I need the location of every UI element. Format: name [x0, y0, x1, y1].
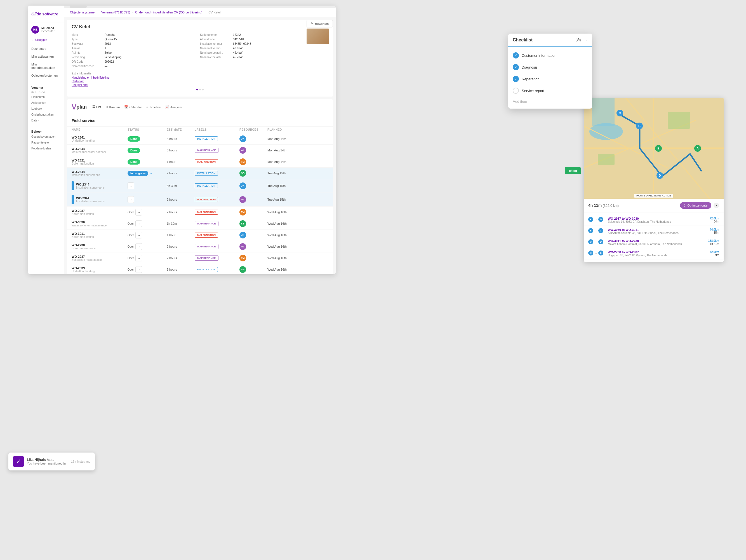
sidebar-item-gespreksverslagen[interactable]: Gespreksverslagen: [28, 134, 64, 140]
vplan-nav-list[interactable]: ☰ List: [92, 104, 101, 110]
arrow-button[interactable]: →: [135, 232, 142, 239]
sidebar-item-onderhoudstaken2[interactable]: Onderhoudstaken: [28, 112, 64, 117]
sidebar-nav: Dashboard Mijn actiepunten Mijn onderhou…: [28, 43, 64, 274]
blue-bar: [71, 195, 74, 204]
vplan-header: Vplan ☰ List ⊞ Kanban 📅 Calendar: [67, 100, 333, 115]
detail-link-certificaat[interactable]: Certificaat: [71, 80, 328, 83]
dot-1[interactable]: [196, 89, 198, 90]
vplan-section: Vplan ☰ List ⊞ Kanban 📅 Calendar: [67, 100, 333, 274]
detail-extra: Extra informatie Handleiding en inbedrij…: [71, 72, 328, 86]
vplan-nav-kanban[interactable]: ⊞ Kanban: [106, 104, 120, 110]
sidebar-logo: Gilde software: [28, 6, 64, 22]
sidebar-item-data[interactable]: Data ›: [28, 117, 64, 123]
content-area: Objecten/systemen › Venema (8711DC23) › …: [64, 6, 336, 274]
analysis-icon: 📈: [165, 105, 169, 109]
checklist-header: Checklist 3/4 →: [508, 34, 592, 47]
route-leg-2: B → C WO-3030 to WO-3011 Sint Antoniscus…: [584, 226, 724, 237]
sidebar-item-onderhoudstaken[interactable]: Mijn onderhoudstaken: [28, 60, 64, 72]
table-row[interactable]: WO-2987Sunscreen maintenance Open→ 2 hou…: [67, 252, 333, 264]
map-marker-a: A: [694, 145, 701, 152]
checklist-items: ✓ Customer information ✓ Diagnosis ✓ Rep…: [508, 47, 592, 109]
notif-icon: ✓: [13, 456, 24, 467]
map-marker-c: C: [616, 110, 623, 116]
table-row[interactable]: WO-3030Water softener maintenance Open→ …: [67, 218, 333, 229]
route-legs: A → B WO-2987 to WO-3030 Zuideinde 19, 8…: [584, 213, 724, 262]
sidebar-item-actiepunten[interactable]: Mijn actiepunten: [28, 53, 64, 60]
sidebar-item-dashboard[interactable]: Dashboard: [28, 45, 64, 53]
vplan-nav-timeline[interactable]: ≡ Timeline: [146, 104, 161, 110]
breadcrumb-item-4: CV Ketel: [208, 11, 221, 14]
sidebar-user: MB M.Boland Beheerder: [28, 22, 64, 37]
vplan-nav-calendar[interactable]: 📅 Calendar: [124, 104, 142, 110]
route-time-dist: 4h 11m (325.0 km): [588, 203, 619, 208]
logout-button[interactable]: ← Uitloggen: [28, 37, 64, 43]
resource-avatar: AL: [239, 196, 246, 203]
table-row[interactable]: WO-2341Underfloor heating Done 6 hours I…: [67, 133, 333, 145]
breadcrumb-item-1[interactable]: Objecten/systemen: [70, 11, 96, 14]
table-header: NAME STATUS ESTIMATE LABELS RESOURCES PL…: [67, 127, 333, 133]
table-row[interactable]: WO-2738Boiler maintenance Open→ 2 hours …: [67, 241, 333, 252]
arrow-button[interactable]: →: [135, 220, 142, 227]
arrow-button[interactable]: →: [135, 255, 142, 261]
wo-id: WO-2341: [71, 136, 127, 139]
route-leg-1: A → B WO-2987 to WO-3030 Zuideinde 19, 8…: [584, 215, 724, 226]
col-name: NAME: [71, 128, 127, 131]
checklist-item-2[interactable]: ✓ Diagnosis: [508, 61, 592, 73]
checklist-item-3[interactable]: ✓ Reparation: [508, 73, 592, 85]
list-icon: ☰: [92, 105, 95, 109]
notification-toast: ✓ Lika Nijhuis has.. You have been menti…: [8, 452, 95, 471]
logo-text: Gilde software: [31, 12, 58, 16]
breadcrumb-item-3[interactable]: Onderhoud - inbedrijfstellen CV (CO-cert…: [135, 11, 202, 14]
arrow-button[interactable]: →: [135, 209, 142, 216]
check-circle-4: [513, 88, 519, 94]
check-circle-2: ✓: [513, 64, 519, 70]
scroll-indicator: [64, 6, 336, 8]
checklist-item-4[interactable]: Service report: [508, 85, 592, 96]
table-row[interactable]: WO-2344Installation sunscreens → 2 hours…: [67, 193, 333, 206]
notif-text: Lika Nijhuis has.. You have been mention…: [27, 458, 68, 465]
detail-link-handleiding[interactable]: Handleiding en inbedrijfstelling: [71, 76, 328, 79]
table-row[interactable]: WO-2344Maintenance water softener Done 3…: [67, 145, 333, 156]
sidebar-group-venema: Venema: [28, 84, 64, 90]
arrow-button[interactable]: →: [135, 243, 142, 250]
table-row[interactable]: WO-2321Boiler malfunction Done 1 hour MA…: [67, 156, 333, 168]
detail-grid: MerkRemeha TypeQuinta 45 Bouwjaar2018 Aa…: [71, 33, 328, 69]
chevron-right-icon: ›: [38, 119, 39, 122]
wo-table: NAME STATUS ESTIMATE LABELS RESOURCES PL…: [67, 127, 333, 274]
detail-link-energielabel[interactable]: EnergieLabel: [71, 83, 328, 86]
checklist-item-1[interactable]: ✓ Customer information: [508, 50, 592, 61]
breadcrumb-sep-1: ›: [98, 11, 100, 14]
breadcrumb-item-2[interactable]: Venema (8711DC23): [101, 11, 130, 14]
table-row[interactable]: WO-2339Underfloor heating Open→ 6 hours …: [67, 264, 333, 274]
sidebar-item-koudemiddelen[interactable]: Koudemiddelen: [28, 145, 64, 151]
col-status: STATUS: [127, 128, 167, 131]
table-row[interactable]: WO-2344Installation sunscreens → 3h 30m …: [67, 179, 333, 193]
sidebar-item-logboek[interactable]: Logboek: [28, 106, 64, 112]
sidebar-item-objecten[interactable]: Objecten/systemen: [28, 72, 64, 80]
dot-3[interactable]: [202, 89, 204, 90]
sidebar-item-elementen[interactable]: Elementen: [28, 94, 64, 100]
map-route-label: ROUTE DIRECTIONS ACTIVE: [634, 194, 673, 198]
optimize-route-button[interactable]: ⤴ Optimize route: [680, 202, 711, 209]
table-row[interactable]: WO-3011Boiler malfunction Open→ 1 hour M…: [67, 229, 333, 241]
close-button[interactable]: ×: [714, 203, 719, 208]
vplan-nav: ☰ List ⊞ Kanban 📅 Calendar ≡ Timeline: [92, 104, 181, 110]
table-row[interactable]: WO-2344Installation sunscreens In progre…: [67, 168, 333, 179]
arrow-button[interactable]: →: [127, 183, 134, 189]
sidebar-item-rapportteksten[interactable]: Rapportteksten: [28, 140, 64, 145]
blue-bar: [71, 181, 74, 190]
arrow-button[interactable]: →: [127, 196, 134, 203]
checklist-add-item[interactable]: Add item: [508, 96, 592, 106]
arrow-left-icon: ←: [31, 38, 34, 41]
dot-2[interactable]: [199, 89, 201, 90]
backlog-button[interactable]: cklog: [565, 167, 581, 174]
arrow-button[interactable]: →: [135, 266, 142, 273]
table-row[interactable]: WO-2987Boiler malfunction Open→ 2 hours …: [67, 206, 333, 218]
detail-title: CV Ketel: [71, 24, 328, 29]
route-info: 4h 11m (325.0 km) ⤴ Optimize route ×: [584, 199, 724, 213]
vplan-nav-analysis[interactable]: 📈 Analysis: [165, 104, 182, 110]
resource-avatar: JK: [239, 136, 246, 142]
sidebar-item-actiepunten2[interactable]: Actiepunten: [28, 100, 64, 106]
bewerken-button[interactable]: ✎ Bewerken: [307, 20, 333, 27]
breadcrumb-sep-2: ›: [132, 11, 134, 14]
